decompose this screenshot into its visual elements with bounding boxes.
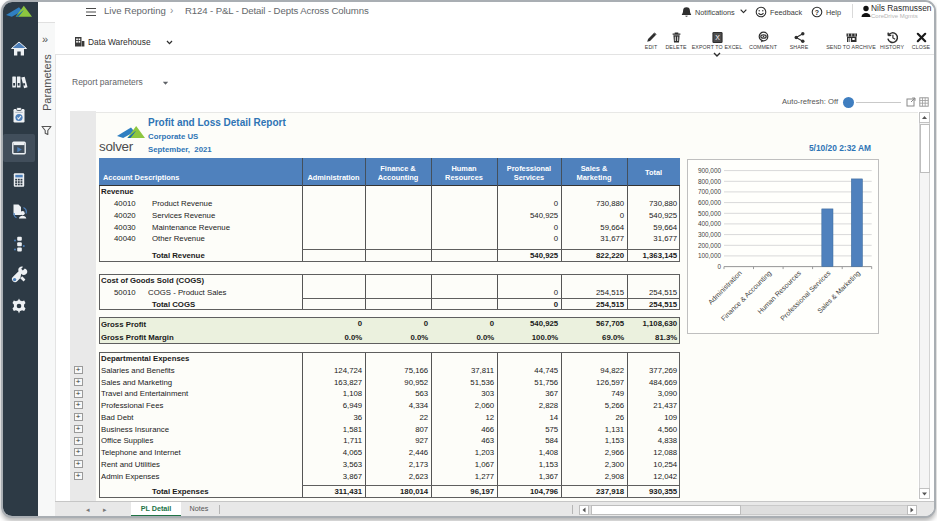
svg-text:0: 0	[717, 263, 721, 270]
svg-text:600,000: 600,000	[698, 199, 722, 206]
svg-text:300,000: 300,000	[698, 231, 722, 238]
svg-text:200,000: 200,000	[698, 242, 722, 249]
svg-text:400,000: 400,000	[698, 220, 722, 227]
svg-text:100,000: 100,000	[698, 252, 722, 259]
svg-text:700,000: 700,000	[698, 188, 722, 195]
svg-text:800,000: 800,000	[698, 178, 722, 185]
svg-text:900,000: 900,000	[698, 167, 722, 174]
svg-text:500,000: 500,000	[698, 210, 722, 217]
